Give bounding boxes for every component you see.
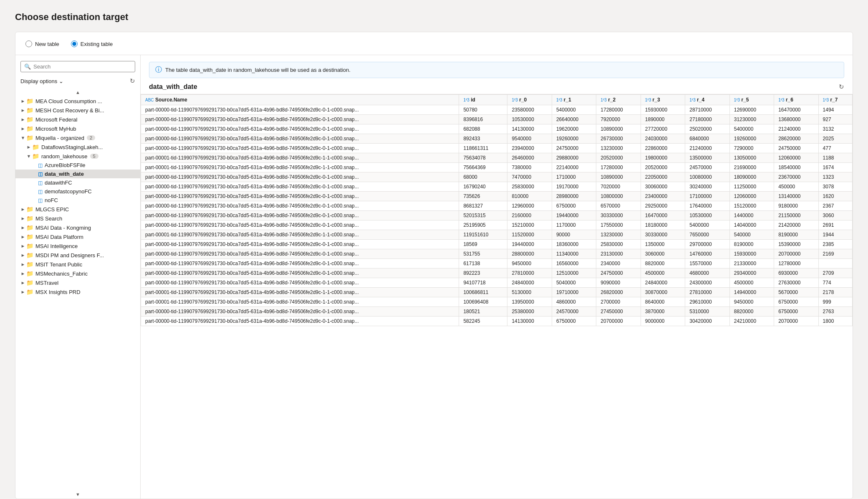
table-cell: 17550000 bbox=[596, 220, 641, 230]
tree-item-demofastcopy[interactable]: ◫demofastcopynoFC bbox=[15, 187, 140, 196]
table-cell: 682088 bbox=[459, 124, 507, 134]
folder-icon: 📁 bbox=[26, 116, 33, 123]
table-cell: 25195905 bbox=[459, 220, 507, 230]
folder-icon: 📁 bbox=[26, 243, 33, 249]
tree-item-datawithfc[interactable]: ◫datawithFC bbox=[15, 178, 140, 187]
table-cell: 1674 bbox=[818, 163, 852, 172]
tree-item-randomlake[interactable]: ▼📁random_lakehouse5 bbox=[15, 152, 140, 161]
folder-icon: 📁 bbox=[26, 125, 33, 132]
table-cell: 2169 bbox=[818, 249, 852, 259]
search-box[interactable]: 🔍 bbox=[20, 61, 135, 72]
table-cell: 2763 bbox=[818, 307, 852, 317]
tree-item-msaidataplatform[interactable]: ►📁MSAI Data Platform bbox=[15, 232, 140, 241]
table-cell: 6750000 bbox=[552, 317, 596, 326]
chevron-icon: ► bbox=[20, 117, 26, 122]
table-cell: 15210000 bbox=[507, 220, 552, 230]
folder-icon: 📁 bbox=[26, 289, 33, 295]
table-row: part-00000-tid-11990797699291730-b0ca7dd… bbox=[141, 134, 853, 144]
badge: 5 bbox=[90, 154, 98, 159]
tree-item-mesh[interactable]: ►📁MESH Cost Recovery & Bi... bbox=[15, 106, 140, 115]
search-input[interactable] bbox=[33, 63, 131, 70]
table-cell: 19710000 bbox=[552, 288, 596, 297]
table-cell: 2070000 bbox=[774, 317, 818, 326]
table-cell: 1440000 bbox=[729, 211, 774, 220]
tree-item-msxinsights[interactable]: ►📁MSX Insights PRD bbox=[15, 287, 140, 296]
tree-item-label: datawithFC bbox=[45, 180, 72, 186]
col-header-r_5: 1²3 r_5 bbox=[729, 95, 774, 105]
chevron-icon: ► bbox=[20, 271, 26, 276]
col-header-Source.Name: ABC Source.Name bbox=[141, 95, 459, 105]
table-cell: 15930000 bbox=[729, 249, 774, 259]
table-cell: part-00000-tid-11990797699291730-b0ca7dd… bbox=[141, 307, 459, 317]
table-cell: 1350000 bbox=[641, 240, 685, 249]
table-cell: 16470000 bbox=[641, 211, 685, 220]
data-table-container[interactable]: ABC Source.Name1²3 id1²3 r_01²3 r_11²3 r… bbox=[141, 94, 853, 499]
table-cell: 927 bbox=[818, 115, 852, 124]
folder-icon: 📁 bbox=[32, 153, 39, 160]
tree-item-label: MESH Cost Recovery & Bi... bbox=[35, 107, 104, 114]
tree-item-msaiintelligence[interactable]: ►📁MSAI Intelligence bbox=[15, 241, 140, 251]
table-cell: 13230000 bbox=[596, 144, 641, 153]
tree-item-miquellaorg[interactable]: ▼📁Miquella - organized2 bbox=[15, 133, 140, 142]
tree-item-msdipm[interactable]: ►📁MSDI PM and Designers F... bbox=[15, 251, 140, 260]
table-cell: 27450000 bbox=[596, 307, 641, 317]
table-row: part-00000-tid-11990797699291730-b0ca7dd… bbox=[141, 144, 853, 153]
table-cell: 2700000 bbox=[596, 297, 641, 307]
tree-item-datawithdate[interactable]: ◫data_with_date bbox=[15, 170, 140, 178]
table-cell: 14940000 bbox=[729, 288, 774, 297]
tree-item-mea[interactable]: ►📁MEA Cloud Consumption ... bbox=[15, 96, 140, 106]
table-cell: 18180000 bbox=[641, 220, 685, 230]
tree-item-mstravel[interactable]: ►📁MSTravel bbox=[15, 278, 140, 287]
tree-item-label: MSIT Tenant Public bbox=[35, 261, 82, 268]
folder-icon: 📁 bbox=[32, 144, 39, 150]
table-cell: 24300000 bbox=[685, 278, 729, 288]
chevron-icon: ► bbox=[20, 234, 26, 239]
tree-item-msmechanics[interactable]: ►📁MSMechanics_Fabric bbox=[15, 269, 140, 278]
table-cell: part-00001-tid-11990797699291730-b0ca7dd… bbox=[141, 288, 459, 297]
table-cell: 18569 bbox=[459, 240, 507, 249]
table-cell: 14130000 bbox=[507, 124, 552, 134]
table-cell: 2385 bbox=[818, 240, 852, 249]
refresh-button[interactable]: ↻ bbox=[130, 77, 135, 85]
badge: 2 bbox=[87, 135, 95, 140]
table-cell: 10080000 bbox=[685, 172, 729, 182]
table-cell: 1800 bbox=[818, 317, 852, 326]
table-cell: 26730000 bbox=[596, 134, 641, 144]
table-row: part-00000-tid-11990797699291730-b0ca7dd… bbox=[141, 220, 853, 230]
table-cell: 25830000 bbox=[596, 240, 641, 249]
existing-table-option[interactable]: Existing table bbox=[71, 41, 113, 47]
table-row: part-00001-tid-11990797699291730-b0ca7dd… bbox=[141, 288, 853, 297]
tree-item-mlgcs[interactable]: ►📁MLGCS EPIC bbox=[15, 205, 140, 214]
existing-table-radio[interactable] bbox=[71, 41, 78, 47]
scroll-up-arrow[interactable]: ▲ bbox=[15, 88, 140, 96]
tree-item-msaikongming[interactable]: ►📁MSAI Data - Kongming bbox=[15, 223, 140, 232]
table-cell: 27180000 bbox=[685, 115, 729, 124]
tree-item-dataflows[interactable]: ►📁DataflowsStagingLakeh... bbox=[15, 142, 140, 152]
chevron-icon: ► bbox=[20, 225, 26, 230]
table-cell: 21240000 bbox=[685, 144, 729, 153]
table-refresh-button[interactable]: ↻ bbox=[839, 83, 844, 91]
left-panel: 🔍 Display options ⌄ ↻ ▲ ►📁MEA Cloud Cons… bbox=[15, 55, 141, 499]
new-table-radio[interactable] bbox=[25, 41, 32, 47]
table-cell: part-00000-tid-11990797699291730-b0ca7dd… bbox=[141, 268, 459, 278]
tree-item-msfederal[interactable]: ►📁Microsoft Federal bbox=[15, 115, 140, 124]
table-cell: 25020000 bbox=[685, 124, 729, 134]
tree-item-mymyhub[interactable]: ►📁Microsoft MyHub bbox=[15, 124, 140, 133]
scroll-down-arrow[interactable]: ▼ bbox=[15, 490, 140, 499]
new-table-option[interactable]: New table bbox=[25, 41, 59, 47]
table-cell: 5040000 bbox=[552, 278, 596, 288]
tree-item-azureblob[interactable]: ◫AzureBlobFSFile bbox=[15, 161, 140, 170]
tree-item-nofc[interactable]: ◫noFC bbox=[15, 196, 140, 205]
display-options-button[interactable]: Display options ⌄ bbox=[20, 78, 63, 84]
table-row: part-00000-tid-11990797699291730-b0ca7dd… bbox=[141, 105, 853, 115]
table-cell: 28980000 bbox=[552, 192, 596, 201]
table-cell: 3060 bbox=[818, 211, 852, 220]
tree-item-mssearch[interactable]: ►📁MS Search bbox=[15, 214, 140, 223]
data-table: ABC Source.Name1²3 id1²3 r_01²3 r_11²3 r… bbox=[141, 94, 853, 326]
table-cell: 774 bbox=[818, 278, 852, 288]
tree-item-msittenant[interactable]: ►📁MSIT Tenant Public bbox=[15, 260, 140, 269]
table-cell: 617138 bbox=[459, 259, 507, 268]
table-cell: 13680000 bbox=[774, 115, 818, 124]
table-row: part-00000-tid-11990797699291730-b0ca7dd… bbox=[141, 124, 853, 134]
table-row: part-00000-tid-11990797699291730-b0ca7dd… bbox=[141, 172, 853, 182]
